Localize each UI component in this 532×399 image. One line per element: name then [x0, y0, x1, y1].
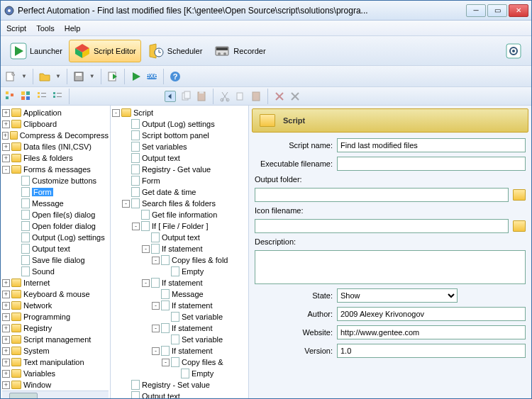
exe-icon[interactable]: exe: [146, 71, 157, 82]
dropdown-icon[interactable]: ▼: [55, 73, 61, 79]
commands-tree[interactable]: +Application+Clipboard+Compress & Decomp…: [1, 106, 111, 399]
tree-item[interactable]: Form: [2, 186, 109, 198]
tree-item[interactable]: -If statement: [112, 243, 247, 254]
collapse-icon[interactable]: -: [2, 166, 10, 174]
tree-item[interactable]: Output text: [112, 232, 247, 243]
collapse-icon[interactable]: -: [152, 347, 160, 355]
menu-script[interactable]: Script: [6, 24, 26, 33]
tree-item[interactable]: Script bottom panel: [112, 130, 247, 141]
open-icon[interactable]: [39, 71, 50, 82]
dropdown-icon[interactable]: ▼: [89, 73, 95, 79]
left-panel-toggle-icon[interactable]: [165, 91, 176, 102]
expand-icon[interactable]: +: [2, 313, 10, 321]
minimize-button[interactable]: ─: [466, 4, 486, 17]
tree-item[interactable]: +Window: [2, 379, 109, 390]
tree-item[interactable]: -Forms & messages: [2, 164, 109, 175]
tree-item[interactable]: Get date & time: [112, 186, 247, 198]
tree-item[interactable]: +Compress & Decompress: [2, 130, 109, 141]
tree-item[interactable]: -Search files & folders: [112, 198, 247, 209]
script-tree[interactable]: -ScriptOutput (Log) settingsScript botto…: [111, 106, 249, 399]
copy2-icon[interactable]: [235, 91, 246, 102]
collapse-icon[interactable]: -: [132, 223, 140, 230]
tree-item[interactable]: Message: [2, 198, 109, 209]
tree-item[interactable]: Empty: [112, 266, 247, 277]
tree-item[interactable]: -If statement: [112, 345, 247, 356]
expand-icon[interactable]: +: [2, 132, 9, 140]
tree-item[interactable]: Output (Log) settings: [2, 232, 109, 243]
collapse-icon[interactable]: -: [112, 109, 120, 117]
tree-item[interactable]: +Registry: [2, 322, 109, 334]
script-name-input[interactable]: [337, 138, 526, 152]
menu-tools[interactable]: Tools: [36, 24, 55, 33]
tree-item[interactable]: -If statement: [112, 322, 247, 334]
script-editor-button[interactable]: Script Editor: [69, 40, 141, 62]
scrollbar-horizontal[interactable]: [2, 390, 109, 399]
tree-item[interactable]: Form: [112, 175, 247, 186]
website-input[interactable]: [337, 325, 526, 339]
tree-item[interactable]: +Keyboard & mouse: [2, 288, 109, 300]
scheduler-button[interactable]: Scheduler: [143, 40, 208, 62]
tree-item[interactable]: +Network: [2, 300, 109, 311]
grid-icon[interactable]: [21, 91, 32, 102]
tree-item[interactable]: Registry - Set value: [112, 379, 247, 390]
tree-item[interactable]: Output text: [112, 390, 247, 399]
expand-icon[interactable]: +: [2, 279, 10, 287]
collapse-icon[interactable]: -: [152, 325, 160, 332]
dropdown-icon[interactable]: ▼: [21, 73, 27, 79]
expand-icon[interactable]: +: [2, 302, 10, 310]
tree-item[interactable]: Output text: [112, 152, 247, 164]
collapse-icon[interactable]: -: [142, 245, 150, 253]
collapse-icon[interactable]: -: [152, 302, 160, 310]
expand-icon[interactable]: +: [2, 143, 10, 151]
tree-item[interactable]: +Application: [2, 107, 109, 118]
tree-item[interactable]: -If [ File / Folder ]: [112, 220, 247, 232]
tree-item[interactable]: Get file information: [112, 209, 247, 220]
tree-item[interactable]: +Files & folders: [2, 152, 109, 164]
tree-item[interactable]: +Data files (INI,CSV): [2, 141, 109, 152]
collapse-icon[interactable]: -: [142, 279, 150, 287]
export-icon[interactable]: [107, 71, 118, 82]
icon-filename-input[interactable]: [255, 219, 509, 233]
tree-item[interactable]: +Variables: [2, 368, 109, 379]
collapse-icon[interactable]: -: [152, 257, 160, 264]
expand-icon[interactable]: +: [2, 359, 10, 366]
tree-item[interactable]: Customize buttons: [2, 175, 109, 186]
expand-icon[interactable]: +: [2, 381, 10, 389]
tree-item[interactable]: Set variables: [112, 141, 247, 152]
tree-item[interactable]: Message: [112, 288, 247, 300]
tree-item[interactable]: +Internet: [2, 277, 109, 288]
paste2-icon[interactable]: [250, 91, 262, 102]
expand-icon[interactable]: +: [2, 291, 10, 298]
run-icon[interactable]: [131, 71, 142, 82]
browse-icon-button[interactable]: [513, 220, 526, 232]
tree-item[interactable]: -If statement: [112, 277, 247, 288]
version-input[interactable]: [337, 344, 526, 358]
tree-item[interactable]: +Text manipulation: [2, 356, 109, 368]
save-icon[interactable]: [73, 71, 84, 82]
tree-icon[interactable]: [5, 91, 16, 102]
close-button[interactable]: ✕: [509, 4, 528, 17]
tree-item[interactable]: +Script management: [2, 334, 109, 345]
expand-icon[interactable]: +: [2, 120, 10, 128]
tree-item[interactable]: Open folder dialog: [2, 220, 109, 232]
delete-icon[interactable]: [274, 91, 285, 102]
cut-icon[interactable]: [219, 91, 231, 102]
expand-icon[interactable]: +: [2, 325, 10, 332]
expand-icon[interactable]: +: [2, 109, 10, 117]
exe-filename-input[interactable]: [337, 157, 526, 171]
tree-item[interactable]: +Clipboard: [2, 118, 109, 130]
tree-item[interactable]: Set variable: [112, 334, 247, 345]
help-icon[interactable]: ?: [170, 71, 181, 82]
state-select[interactable]: Show: [337, 288, 458, 303]
paste-icon[interactable]: [196, 91, 207, 102]
copy-icon[interactable]: [180, 91, 192, 102]
tree-item[interactable]: Sound: [2, 266, 109, 277]
tree-item[interactable]: +System: [2, 345, 109, 356]
settings-button[interactable]: [500, 40, 527, 62]
collapse-icon[interactable]: -: [122, 200, 130, 208]
output-folder-input[interactable]: [255, 188, 509, 202]
expand-icon[interactable]: +: [2, 154, 10, 162]
tree-item[interactable]: Set variable: [112, 311, 247, 322]
tree-item[interactable]: Open file(s) dialog: [2, 209, 109, 220]
collapse-icon[interactable]: -: [162, 359, 170, 366]
